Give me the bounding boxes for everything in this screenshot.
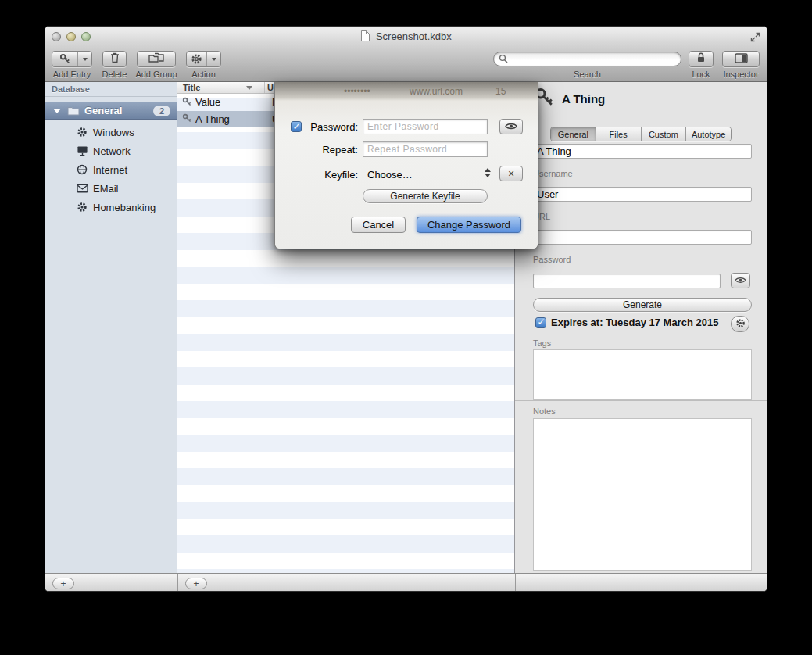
inspector-panel: A Thing General Files Custom Autotype Us… [515, 82, 767, 573]
search-label: Search [493, 70, 681, 79]
add-group-footer-button[interactable]: + [52, 578, 74, 589]
window-title: Screenshot.kdbx [45, 30, 767, 42]
key-icon [182, 97, 193, 108]
add-entry-footer-button[interactable]: + [185, 578, 207, 589]
entry-count-badge: 2 [153, 106, 170, 116]
tab-files[interactable]: Files [596, 127, 642, 141]
sidebar-group-general[interactable]: General 2 [45, 102, 177, 120]
popup-stepper-icon[interactable] [485, 168, 491, 177]
add-group-button[interactable] [137, 51, 176, 67]
window-header: Screenshot.kdbx Add Entry Delete Add Gr [45, 27, 767, 82]
add-entry-label: Add Entry [52, 70, 92, 79]
sidebar-item-email[interactable]: EMail [45, 179, 177, 198]
column-divider[interactable] [264, 82, 265, 93]
add-entry-button[interactable] [52, 51, 92, 67]
inspector-divider [515, 400, 767, 401]
footer-divider [515, 574, 516, 592]
lock-button[interactable] [689, 51, 714, 67]
action-label: Action [186, 70, 221, 79]
dialog-repeat-label: Repeat: [300, 144, 358, 156]
password-field[interactable] [533, 274, 721, 288]
search-field[interactable] [493, 52, 681, 66]
sidebar-item-internet[interactable]: Internet [45, 160, 177, 179]
key-icon [182, 113, 193, 124]
tab-general[interactable]: General [551, 127, 596, 141]
titlebar[interactable]: Screenshot.kdbx [45, 27, 767, 45]
generate-password-button[interactable]: Generate [533, 298, 752, 312]
inspector-entry-title: A Thing [562, 92, 605, 106]
dialog-password-input[interactable] [363, 119, 488, 134]
action-button[interactable] [186, 51, 221, 67]
gear-icon [735, 318, 746, 331]
notes-field[interactable] [533, 418, 752, 571]
dialog-password-label: Password: [300, 121, 358, 133]
globe-icon [76, 163, 88, 176]
dialog-repeat-input[interactable] [363, 141, 488, 157]
tags-label: Tags [533, 338, 551, 348]
keyfile-popup-value[interactable]: Choose… [367, 169, 413, 181]
sidebar-item-windows[interactable]: Windows [45, 123, 177, 141]
sort-descending-icon [246, 86, 252, 90]
footer-bar: + + [45, 573, 767, 592]
tab-custom[interactable]: Custom [642, 127, 687, 141]
search-icon [499, 52, 508, 66]
sidebar-item-network[interactable]: Network [45, 141, 177, 160]
delete-label: Delete [92, 70, 137, 79]
change-password-sheet: •••••••• www.url.com 15 Password: Repeat… [274, 82, 538, 249]
trash-icon [109, 52, 120, 66]
entry-title: Value [195, 96, 264, 108]
folder-icon [67, 106, 80, 116]
expires-label: Expires at: Tuesday 17 March 2015 [551, 317, 718, 328]
obscured-password-dots: •••••••• [344, 86, 370, 97]
expires-options-button[interactable] [731, 316, 749, 332]
clear-keyfile-button[interactable]: × [499, 166, 523, 181]
document-icon [360, 30, 370, 41]
sidebar-item-homebanking[interactable]: Homebanking [45, 198, 177, 217]
username-field[interactable] [533, 187, 752, 202]
dialog-reveal-password-button[interactable] [499, 119, 523, 134]
dialog-keyfile-label: Keyfile: [300, 169, 358, 181]
expires-checkbox[interactable] [535, 317, 546, 328]
username-label: Username [533, 169, 573, 178]
title-field[interactable] [533, 144, 752, 159]
cancel-button[interactable]: Cancel [351, 217, 406, 233]
obscured-url: www.url.com [410, 86, 463, 97]
delete-button[interactable] [102, 51, 127, 67]
add-entry-dropdown[interactable] [77, 52, 91, 66]
fullscreen-icon[interactable] [750, 31, 760, 45]
key-icon [52, 52, 77, 66]
disclosure-triangle-icon[interactable] [53, 109, 61, 113]
notes-label: Notes [533, 406, 556, 416]
tags-field[interactable] [533, 349, 752, 400]
inspector-label: Inspector [722, 70, 760, 79]
inspector-button[interactable] [722, 51, 760, 67]
sidebar-section-header: Database [45, 82, 177, 97]
gear-icon [187, 52, 206, 66]
close-icon: × [508, 167, 514, 180]
change-password-button[interactable]: Change Password [417, 217, 521, 233]
search-input[interactable] [511, 54, 676, 65]
column-header-title[interactable]: Title [183, 83, 200, 92]
gear-icon [76, 126, 88, 138]
action-dropdown[interactable] [206, 52, 220, 66]
obscured-mod: 15 [495, 86, 506, 97]
sheet-obscured-row: •••••••• www.url.com 15 [275, 82, 538, 101]
generate-keyfile-button[interactable]: Generate Keyfile [363, 189, 488, 203]
password-label: Password [533, 255, 571, 264]
inspector-panel-icon [735, 52, 748, 66]
folders-icon [148, 52, 164, 66]
eye-icon [505, 121, 517, 133]
footer-divider [177, 574, 178, 592]
app-window: Screenshot.kdbx Add Entry Delete Add Gr [45, 26, 767, 592]
tab-autotype[interactable]: Autotype [686, 127, 731, 141]
inspector-tabs: General Files Custom Autotype [550, 127, 732, 141]
sidebar-group-label: General [84, 105, 122, 116]
url-field[interactable] [533, 230, 752, 245]
reveal-password-button[interactable] [731, 273, 750, 288]
sidebar: Database General 2 Windows Network [45, 82, 177, 573]
eye-icon [735, 275, 746, 287]
monitor-icon [76, 145, 88, 157]
entry-title: A Thing [195, 113, 264, 125]
envelope-icon [76, 182, 88, 195]
lock-label: Lock [682, 70, 720, 79]
